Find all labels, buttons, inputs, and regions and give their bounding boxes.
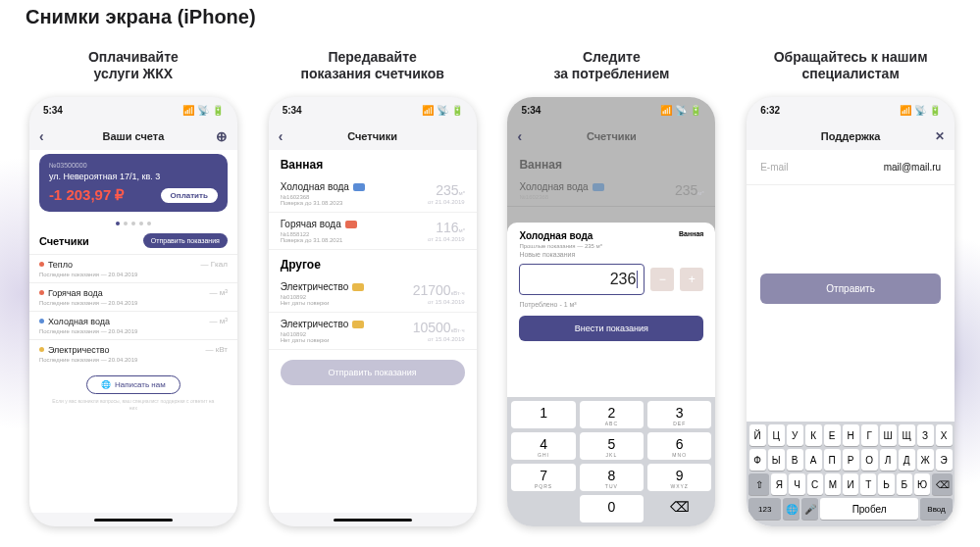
meter-date: от 15.04.2019 — [413, 299, 465, 305]
meter-unit: — Гкал — [201, 260, 228, 269]
numpad-blank — [511, 495, 575, 522]
pay-button[interactable]: Оплатить — [161, 188, 218, 203]
account-number: №03500000 — [49, 162, 218, 169]
numpad-key[interactable]: 9WXYZ — [647, 464, 711, 491]
dimmed-section: Ванная — [507, 150, 715, 175]
numpad-key[interactable]: 0 — [580, 495, 644, 522]
back-icon[interactable]: ‹ — [279, 128, 284, 144]
keyboard-key[interactable]: З — [917, 424, 934, 446]
keyboard-key[interactable]: Э — [936, 449, 953, 471]
keyboard-key[interactable]: О — [861, 449, 878, 471]
screenshot-gallery: Оплачивайте услуги ЖКХ 5:34 📶 📡 🔋 ‹ Ваши… — [0, 28, 980, 526]
send-readings-button[interactable]: Отправить показания — [143, 233, 228, 248]
caption-2: Передавайте показания счетчиков — [300, 46, 443, 85]
keyboard-key[interactable]: Л — [880, 449, 897, 471]
keyboard-key[interactable]: Д — [899, 449, 915, 471]
numpad-key[interactable]: 1 — [511, 401, 575, 428]
keyboard-key[interactable]: И — [843, 473, 858, 495]
keyboard-key[interactable]: Ч — [789, 473, 804, 495]
keyboard-key[interactable]: Х — [936, 424, 953, 446]
delete-key[interactable]: ⌫ — [932, 473, 953, 495]
keyboard-key[interactable]: Н — [843, 424, 859, 446]
close-icon[interactable]: ✕ — [935, 129, 945, 143]
delete-key[interactable]: ⌫ — [647, 495, 711, 522]
numpad-key[interactable]: 6MNO — [647, 432, 711, 460]
keyboard-key[interactable]: Е — [824, 424, 841, 446]
submit-reading-button[interactable]: Внести показания — [519, 316, 703, 341]
enter-key[interactable]: Ввод — [920, 498, 953, 520]
keyboard-key[interactable]: Ф — [749, 449, 766, 471]
caption-1: Оплачивайте услуги ЖКХ — [88, 46, 179, 85]
new-reading-label: Новые показания — [507, 251, 715, 258]
keyboard-key[interactable]: Ь — [878, 473, 894, 495]
dimmed-value: 235 — [675, 182, 697, 198]
keyboard-key[interactable]: Ж — [917, 449, 934, 471]
numpad-key[interactable]: 4GHI — [511, 432, 575, 460]
nav-bar: ‹ Счетчики — [269, 123, 477, 150]
minus-button[interactable]: − — [650, 268, 674, 291]
num-key[interactable]: 123 — [748, 498, 781, 520]
send-readings-button[interactable]: Отправить показания — [281, 360, 465, 385]
meter-icon — [345, 221, 357, 228]
keyboard-key[interactable]: У — [787, 424, 803, 446]
meter-sub: Последние показания — 20.04.2019 — [39, 300, 138, 306]
phone-frame: 5:34 📶 📡 🔋 ‹ Ваши счета ⊕ №03500000 ул. … — [29, 97, 237, 526]
numpad-key[interactable]: 5JKL — [580, 432, 644, 460]
numpad-key[interactable]: 3DEF — [647, 401, 711, 428]
submit-button[interactable]: Отправить — [760, 274, 941, 304]
keyboard-key[interactable]: Ш — [880, 424, 897, 446]
meter-item[interactable]: Горячая водаПоследние показания — 20.04.… — [29, 282, 237, 311]
meter-sub: Последние показания — 20.04.2019 — [39, 272, 138, 277]
meter-item[interactable]: ТеплоПоследние показания — 20.04.2019— Г… — [29, 254, 237, 282]
keyboard-key[interactable]: Я — [771, 473, 787, 495]
nav-title: Поддержка — [821, 130, 881, 142]
back-icon[interactable]: ‹ — [39, 128, 44, 144]
numpad-key[interactable]: 7PQRS — [511, 464, 575, 491]
status-time: 6:32 — [760, 105, 780, 116]
phone-frame: 5:34 📶📡🔋 ‹ Счетчики Ванная Холодная вода… — [507, 97, 715, 526]
wifi-icon: 📡 — [197, 105, 209, 116]
meter-name: Электричество — [281, 281, 349, 292]
screen-content: №03500000 ул. Невероятная 17/1, кв. 3 -1… — [29, 150, 237, 513]
add-icon[interactable]: ⊕ — [216, 128, 228, 144]
keyboard-key[interactable]: П — [824, 449, 841, 471]
keyboard-key[interactable]: Р — [843, 449, 859, 471]
meter-item[interactable]: ЭлектричествоПоследние показания — 20.04… — [29, 339, 237, 368]
mic-key[interactable]: 🎤 — [801, 498, 818, 520]
meter-name: Горячая вода — [281, 219, 341, 229]
keyboard-key[interactable]: Б — [897, 473, 912, 495]
meter-row[interactable]: Горячая вода №1858122Поверка до 31.08.20… — [269, 213, 477, 250]
reading-input[interactable]: 236 — [519, 264, 645, 295]
meter-row[interactable]: Электричество №010892Нет даты поверки105… — [269, 313, 477, 350]
keyboard-key[interactable]: Щ — [899, 424, 915, 446]
numpad-key[interactable]: 2ABC — [580, 401, 644, 428]
meter-unit: м³ — [459, 227, 465, 233]
numpad-key[interactable]: 8TUV — [580, 464, 644, 491]
keyboard-key[interactable]: Г — [861, 424, 878, 446]
keyboard-key[interactable]: Ц — [768, 424, 785, 446]
keyboard-key[interactable]: А — [805, 449, 822, 471]
keyboard-key[interactable]: М — [825, 473, 841, 495]
meter-item[interactable]: Холодная водаПоследние показания — 20.04… — [29, 311, 237, 339]
screen-content: Ванная Холодная вода №1602368Поверка до … — [269, 150, 477, 513]
email-field-row[interactable]: E-mail mail@mail.ru — [747, 150, 954, 185]
plus-button[interactable]: + — [680, 268, 703, 291]
nav-title: Счетчики — [347, 130, 397, 142]
globe-key[interactable]: 🌐 — [783, 498, 799, 520]
keyboard-key[interactable]: В — [787, 449, 803, 471]
space-key[interactable]: Пробел — [820, 498, 918, 520]
keyboard-key[interactable]: Й — [749, 424, 766, 446]
shift-key[interactable]: ⇧ — [748, 473, 769, 495]
meter-value: 21700 — [413, 282, 451, 298]
write-us-button[interactable]: 🌐 Написать нам — [86, 375, 181, 394]
keyboard-key[interactable]: Т — [860, 473, 876, 495]
keyboard-key[interactable]: Ы — [768, 449, 785, 471]
meter-value: 235 — [436, 182, 458, 198]
keyboard-key[interactable]: К — [805, 424, 822, 446]
back-icon: ‹ — [517, 128, 522, 144]
meter-row[interactable]: Электричество №010892Нет даты поверки217… — [269, 275, 477, 313]
meter-row[interactable]: Холодная вода №1602368Поверка до 31.08.2… — [269, 175, 477, 213]
bill-card[interactable]: №03500000 ул. Невероятная 17/1, кв. 3 -1… — [39, 154, 228, 212]
keyboard-key[interactable]: С — [807, 473, 823, 495]
keyboard-key[interactable]: Ю — [914, 473, 930, 495]
